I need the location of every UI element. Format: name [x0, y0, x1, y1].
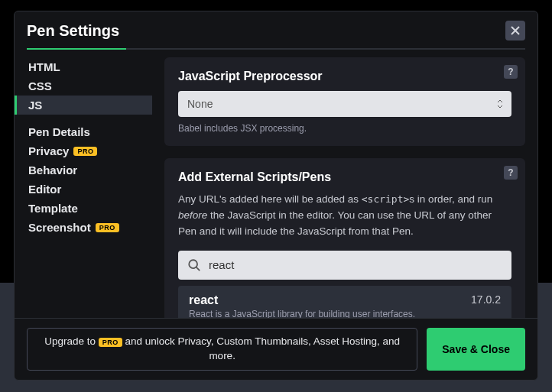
modal-body: HTML CSS JS Pen Details PrivacyPRO Behav…	[15, 50, 537, 318]
close-icon	[511, 26, 520, 35]
help-button[interactable]: ?	[504, 65, 518, 79]
script-search-input[interactable]: react	[178, 251, 511, 280]
panel-title: JavaScript Preprocessor	[178, 70, 511, 83]
modal-title: Pen Settings	[27, 22, 119, 40]
sidebar-item-html[interactable]: HTML	[15, 57, 152, 76]
modal-header: Pen Settings	[15, 11, 537, 48]
updown-icon	[496, 99, 504, 109]
settings-modal: Pen Settings HTML CSS JS Pen Details Pri…	[14, 11, 538, 381]
preprocessor-select[interactable]: None	[178, 91, 511, 117]
sidebar-item-privacy[interactable]: PrivacyPRO	[15, 141, 152, 160]
sidebar-item-editor[interactable]: Editor	[15, 180, 152, 199]
modal-footer: Upgrade to PRO and unlock Privacy, Custo…	[15, 318, 537, 380]
sidebar-item-template[interactable]: Template	[15, 199, 152, 218]
settings-sidebar: HTML CSS JS Pen Details PrivacyPRO Behav…	[15, 50, 152, 318]
pro-badge: PRO	[99, 338, 122, 347]
result-desc: React is a JavaScript library for buildi…	[189, 309, 415, 318]
sidebar-item-js[interactable]: JS	[15, 96, 152, 115]
sidebar-item-screenshot[interactable]: ScreenshotPRO	[15, 218, 152, 237]
sidebar-item-pen-details[interactable]: Pen Details	[15, 122, 152, 141]
search-icon	[187, 258, 201, 272]
sidebar-item-css[interactable]: CSS	[15, 76, 152, 96]
upgrade-banner[interactable]: Upgrade to PRO and unlock Privacy, Custo…	[27, 328, 417, 371]
close-button[interactable]	[505, 21, 525, 40]
header-divider	[27, 48, 525, 50]
preprocessor-panel: ? JavaScript Preprocessor None Babel inc…	[164, 57, 525, 146]
sidebar-item-behavior[interactable]: Behavior	[15, 160, 152, 180]
panel-title: Add External Scripts/Pens	[178, 170, 511, 184]
help-button[interactable]: ?	[504, 166, 518, 180]
settings-main: ? JavaScript Preprocessor None Babel inc…	[152, 50, 537, 318]
pro-badge: PRO	[73, 147, 97, 156]
result-name: react	[189, 293, 415, 307]
panel-description: Any URL's added here will be added as <s…	[178, 192, 511, 240]
search-result[interactable]: react React is a JavaScript library for …	[178, 286, 511, 318]
save-close-button[interactable]: Save & Close	[427, 328, 525, 371]
pro-badge: PRO	[96, 223, 119, 232]
select-value: None	[187, 98, 213, 110]
external-scripts-panel: ? Add External Scripts/Pens Any URL's ad…	[164, 158, 525, 318]
result-version: 17.0.2	[471, 293, 501, 306]
search-value: react	[209, 258, 234, 271]
preprocessor-hint: Babel includes JSX processing.	[178, 123, 511, 134]
svg-point-0	[189, 260, 197, 268]
